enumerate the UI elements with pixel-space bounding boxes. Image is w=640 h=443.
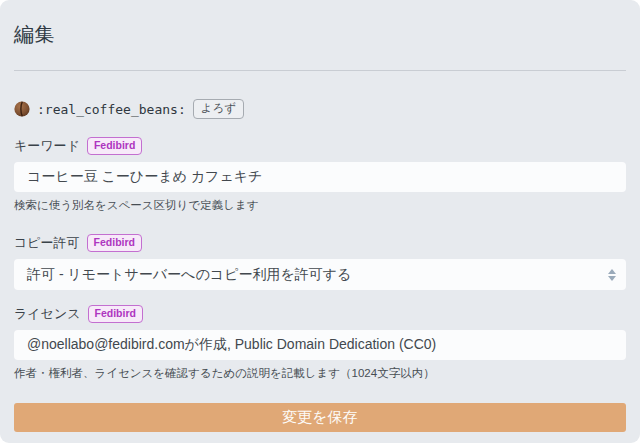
coffee-bean-emoji-icon [14,101,30,117]
emoji-shortcode: :real_coffee_beans: [37,102,186,117]
select-updown-icon [608,269,616,281]
license-hint: 作者・権利者、ライセンスを確認するための説明を記載します（1024文字以内） [14,366,626,381]
fedibird-badge: Fedibird [87,137,142,156]
save-button[interactable]: 変更を保存 [14,403,626,432]
keyword-hint: 検索に使う別名をスペース区切りで定義します [14,198,626,213]
license-label-row: ライセンス Fedibird [14,305,626,323]
copy-permission-label-row: コピー許可 Fedibird [14,234,626,252]
license-input[interactable] [14,330,626,360]
emoji-row: :real_coffee_beans: よろず [14,99,626,119]
page-title: 編集 [14,0,626,48]
keyword-label: キーワード [14,137,80,155]
license-field: ライセンス Fedibird 作者・権利者、ライセンスを確認するための説明を記載… [14,305,626,381]
copy-permission-selected-value: 許可 - リモートサーバーへのコピー利用を許可する [27,266,351,284]
divider [14,70,626,71]
license-label: ライセンス [14,305,81,323]
copy-permission-label: コピー許可 [14,234,80,252]
copy-permission-field: コピー許可 Fedibird 許可 - リモートサーバーへのコピー利用を許可する [14,234,626,290]
fedibird-badge: Fedibird [88,305,143,324]
edit-emoji-page: 編集 :real_coffee_beans: よろず キーワード Fedibi [0,0,640,443]
keyword-label-row: キーワード Fedibird [14,137,626,155]
keyword-field: キーワード Fedibird 検索に使う別名をスペース区切りで定義します [14,137,626,213]
category-chip[interactable]: よろず [193,99,244,120]
fedibird-badge: Fedibird [87,234,142,253]
copy-permission-select[interactable]: 許可 - リモートサーバーへのコピー利用を許可する [14,259,626,290]
keyword-input[interactable] [14,162,626,192]
